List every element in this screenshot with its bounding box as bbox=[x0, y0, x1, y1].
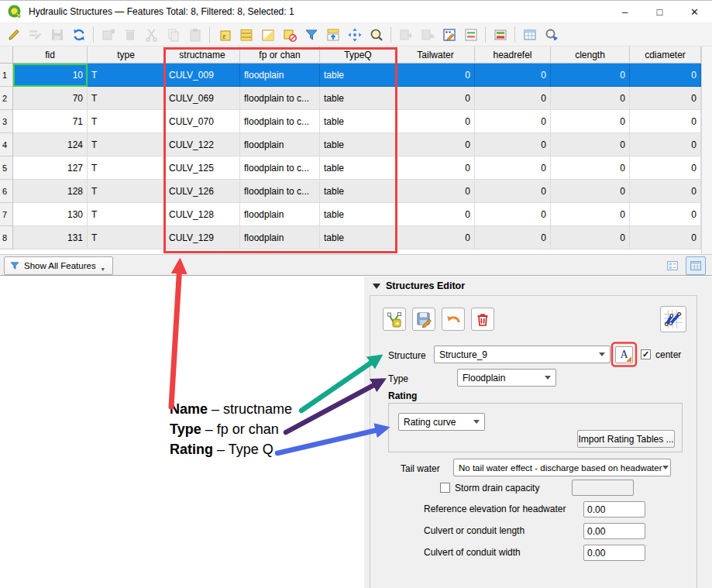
table-cell[interactable]: 0 bbox=[397, 110, 475, 133]
deselect-all-icon[interactable] bbox=[280, 25, 299, 45]
close-button[interactable]: ✕ bbox=[677, 1, 712, 23]
table-cell[interactable]: 0 bbox=[551, 133, 630, 156]
center-checkbox[interactable] bbox=[641, 349, 651, 359]
table-cell[interactable]: 0 bbox=[630, 64, 701, 87]
table-cell[interactable]: 0 bbox=[475, 156, 551, 180]
table-cell[interactable]: floodplain to c... bbox=[240, 110, 320, 133]
zoom-to-selection-icon[interactable] bbox=[366, 25, 386, 45]
delete-structure-button[interactable] bbox=[471, 308, 494, 331]
table-cell[interactable]: table bbox=[320, 180, 397, 203]
table-cell[interactable]: 128 bbox=[13, 180, 88, 203]
table-view-button[interactable] bbox=[686, 256, 706, 275]
table-cell[interactable]: 0 bbox=[397, 87, 475, 110]
action-search-icon[interactable] bbox=[542, 25, 561, 45]
pan-to-selection-icon[interactable] bbox=[345, 25, 364, 45]
table-cell[interactable]: 127 bbox=[13, 156, 88, 180]
table-cell[interactable]: floodplain bbox=[240, 133, 320, 156]
table-cell[interactable]: 71 bbox=[13, 110, 88, 133]
table-cell[interactable]: 0 bbox=[551, 203, 630, 226]
table-cell[interactable]: T bbox=[88, 180, 165, 203]
table-cell[interactable]: floodplain to c... bbox=[240, 156, 320, 180]
culvert-width-input[interactable] bbox=[583, 545, 645, 561]
storm-drain-checkbox[interactable] bbox=[440, 483, 450, 493]
column-header-cdiameter[interactable]: cdiameter bbox=[630, 46, 701, 64]
table-cell[interactable]: 70 bbox=[13, 87, 88, 110]
table-cell[interactable]: floodplain bbox=[240, 64, 320, 87]
column-header-structname[interactable]: structname bbox=[165, 46, 240, 64]
row-number[interactable]: 4 bbox=[0, 133, 13, 156]
table-cell[interactable]: 0 bbox=[397, 180, 475, 203]
multi-edit-icon[interactable] bbox=[26, 25, 45, 45]
delete-field-icon[interactable] bbox=[418, 25, 437, 45]
table-cell[interactable]: 0 bbox=[397, 156, 475, 180]
table-cell[interactable]: 0 bbox=[475, 133, 551, 156]
form-view-button[interactable] bbox=[662, 256, 683, 275]
table-cell[interactable]: T bbox=[88, 226, 165, 249]
row-number[interactable]: 7 bbox=[0, 203, 13, 226]
table-cell[interactable]: 0 bbox=[397, 64, 475, 87]
table-cell[interactable]: 0 bbox=[630, 156, 701, 180]
invert-selection-icon[interactable] bbox=[258, 25, 277, 45]
table-cell[interactable]: 0 bbox=[397, 203, 475, 226]
table-cell[interactable]: table bbox=[320, 226, 397, 249]
table-cell[interactable]: 0 bbox=[551, 226, 630, 249]
table-cell[interactable]: table bbox=[320, 87, 397, 110]
table-cell[interactable]: 0 bbox=[475, 226, 551, 249]
save-structure-button[interactable] bbox=[412, 308, 435, 331]
table-vertical-scrollbar[interactable] bbox=[701, 46, 712, 254]
minimize-button[interactable]: – bbox=[607, 1, 642, 23]
table-cell[interactable]: 0 bbox=[630, 87, 701, 110]
table-cell[interactable]: 0 bbox=[475, 203, 551, 226]
culvert-length-input[interactable] bbox=[583, 523, 645, 539]
maximize-button[interactable]: □ bbox=[642, 1, 677, 23]
table-cell[interactable]: table bbox=[320, 203, 397, 226]
table-cell[interactable]: CULV_129 bbox=[165, 226, 240, 249]
row-number[interactable]: 3 bbox=[0, 110, 13, 133]
table-cell[interactable]: floodplain bbox=[240, 203, 320, 226]
ref-elevation-input[interactable] bbox=[583, 501, 645, 518]
column-header-TypeQ[interactable]: TypeQ bbox=[320, 46, 397, 64]
rating-dropdown[interactable]: Rating curve bbox=[398, 413, 485, 431]
toggle-editing-icon[interactable] bbox=[4, 25, 23, 45]
column-header-fid[interactable]: fid bbox=[13, 46, 88, 64]
table-cell[interactable]: 0 bbox=[551, 180, 630, 203]
panel-header[interactable]: Structures Editor bbox=[373, 280, 465, 291]
table-cell[interactable]: floodplain bbox=[240, 226, 320, 249]
column-header-clength[interactable]: clength bbox=[551, 46, 630, 64]
layer-table-icon[interactable] bbox=[520, 25, 539, 45]
dock-table-icon[interactable] bbox=[490, 25, 510, 45]
cut-icon[interactable] bbox=[142, 25, 161, 45]
filter-icon[interactable] bbox=[301, 25, 321, 45]
table-cell[interactable]: T bbox=[88, 203, 165, 226]
table-cell[interactable]: 0 bbox=[630, 226, 701, 249]
table-cell[interactable]: T bbox=[88, 87, 165, 110]
table-cell[interactable]: table bbox=[320, 64, 397, 87]
table-cell[interactable]: floodplain to c... bbox=[240, 87, 320, 110]
column-header-Tailwater[interactable]: Tailwater bbox=[397, 46, 475, 64]
column-header-fp-or-chan[interactable]: fp or chan bbox=[240, 46, 320, 64]
delete-selected-icon[interactable] bbox=[120, 25, 139, 45]
table-cell[interactable]: 0 bbox=[630, 180, 701, 203]
select-by-expression-icon[interactable]: ε bbox=[215, 25, 234, 45]
plot-button[interactable] bbox=[660, 306, 686, 332]
table-cell[interactable]: 0 bbox=[475, 64, 551, 87]
table-cell[interactable]: CULV_070 bbox=[165, 110, 240, 133]
table-cell[interactable]: CULV_126 bbox=[165, 180, 240, 203]
table-cell[interactable]: T bbox=[88, 64, 165, 87]
table-cell[interactable]: 0 bbox=[551, 110, 630, 133]
row-number[interactable]: 5 bbox=[0, 156, 13, 180]
column-header-headrefel[interactable]: headrefel bbox=[475, 46, 551, 64]
table-cell[interactable]: T bbox=[88, 133, 165, 156]
table-cell[interactable]: CULV_125 bbox=[165, 156, 240, 180]
table-cell[interactable]: T bbox=[88, 110, 165, 133]
table-cell[interactable]: 0 bbox=[551, 64, 630, 87]
table-cell[interactable]: table bbox=[320, 133, 397, 156]
table-cell[interactable]: CULV_009 bbox=[165, 64, 240, 87]
table-cell[interactable]: floodplain to c... bbox=[240, 180, 320, 203]
table-cell[interactable]: 0 bbox=[630, 203, 701, 226]
field-calculator-icon[interactable] bbox=[439, 25, 459, 45]
table-cell[interactable]: 0 bbox=[551, 87, 630, 110]
copy-icon[interactable] bbox=[163, 25, 183, 45]
save-edits-icon[interactable] bbox=[47, 25, 67, 45]
table-cell[interactable]: CULV_122 bbox=[165, 133, 240, 156]
